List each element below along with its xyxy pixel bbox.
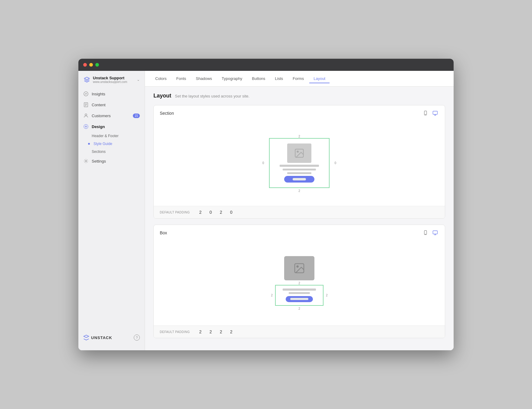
section-view-icons [422, 110, 439, 117]
tab-fonts[interactable]: Fonts [172, 74, 191, 83]
page-title: Layout [153, 93, 171, 99]
design-label: Design [92, 124, 105, 129]
svg-point-6 [85, 114, 87, 116]
sidebar-subitem-style-guide[interactable]: Style Guide [92, 140, 145, 148]
svg-marker-0 [84, 77, 90, 80]
box-padding-right[interactable]: 2 [206, 329, 215, 334]
box-top-padding-label: 2 [298, 282, 300, 285]
box-padding-label: DEFAULT PADDING [160, 330, 190, 334]
svg-rect-24 [433, 231, 438, 234]
mobile-view-icon[interactable] [422, 110, 429, 117]
brand-logo-icon [83, 76, 90, 83]
section-top-padding-label: 2 [298, 135, 300, 138]
section-button-preview [284, 176, 314, 183]
page-subtitle: Set the layout styles used across your s… [175, 94, 249, 98]
box-text-line-2 [289, 292, 310, 294]
main-content: Colors Fonts Shadows Typography Buttons … [145, 71, 454, 350]
section-image-placeholder [287, 143, 311, 163]
section-text-line-2 [283, 169, 316, 170]
tab-layout[interactable]: Layout [309, 74, 330, 83]
section-text-line-3 [287, 172, 311, 174]
box-padding-bottom[interactable]: 2 [216, 329, 225, 334]
page-header: Layout Set the layout styles used across… [153, 93, 445, 99]
section-padding-left[interactable]: 0 [227, 210, 236, 215]
tab-forms[interactable]: Forms [288, 74, 308, 83]
tab-shadows[interactable]: Shadows [192, 74, 216, 83]
box-padding-left[interactable]: 2 [227, 329, 236, 334]
minimize-dot[interactable] [89, 63, 93, 67]
unstack-logo-bottom: UNSTACK [83, 335, 131, 341]
section-preview: 2 0 [269, 135, 330, 193]
svg-point-23 [425, 234, 425, 234]
box-mobile-view-icon[interactable] [422, 229, 429, 236]
sidebar-item-design[interactable]: Design [78, 121, 145, 132]
brand-area[interactable]: Unstack Support www.unstacksupport.com ⌄ [78, 76, 145, 88]
design-subnav: Header & Footer Style Guide Sections [78, 132, 145, 156]
svg-point-8 [85, 126, 87, 127]
section-box-preview [269, 138, 330, 188]
section-right-padding-label: 0 [334, 161, 336, 165]
content-area: Layout Set the layout styles used across… [145, 87, 454, 350]
svg-point-16 [425, 114, 425, 115]
section-padding-top[interactable]: 2 [196, 210, 205, 215]
section-card-header: Section [154, 105, 445, 121]
tab-typography[interactable]: Typography [218, 74, 247, 83]
box-button-preview [286, 296, 313, 302]
svg-point-21 [297, 151, 299, 152]
help-button[interactable]: ? [134, 335, 140, 341]
maximize-dot[interactable] [95, 63, 99, 67]
desktop-view-icon[interactable] [432, 110, 439, 117]
sidebar-item-customers[interactable]: Customers 15 [78, 110, 145, 121]
top-navigation: Colors Fonts Shadows Typography Buttons … [145, 71, 454, 87]
box-card: Box [153, 225, 445, 338]
box-card-header: Box [154, 225, 445, 241]
section-padding-bottom[interactable]: 2 [216, 210, 225, 215]
section-card-title: Section [160, 111, 174, 116]
brand-chevron-icon[interactable]: ⌄ [137, 78, 140, 82]
tab-colors[interactable]: Colors [151, 74, 171, 83]
box-view-icons [422, 229, 439, 236]
titlebar [78, 59, 454, 71]
customers-badge: 15 [133, 114, 140, 118]
unstack-wordmark: UNSTACK [91, 335, 112, 340]
brand-url: www.unstacksupport.com [93, 80, 134, 84]
tab-lists[interactable]: Lists [271, 74, 287, 83]
sidebar-item-insights[interactable]: Insights [78, 88, 145, 99]
content-label: Content [92, 103, 106, 107]
sidebar: Unstack Support www.unstacksupport.com ⌄… [78, 71, 145, 350]
sidebar-subitem-sections[interactable]: Sections [92, 148, 145, 156]
sidebar-item-settings[interactable]: Settings [78, 156, 145, 167]
close-dot[interactable] [83, 63, 87, 67]
sidebar-nav: Insights Content [78, 88, 145, 330]
insights-label: Insights [92, 92, 105, 96]
sidebar-item-content[interactable]: Content [78, 99, 145, 110]
svg-rect-17 [433, 111, 438, 114]
box-preview: 2 2 [271, 256, 327, 310]
box-preview-area: 2 2 [154, 241, 445, 325]
customers-label: Customers [92, 114, 111, 118]
section-card: Section [153, 105, 445, 219]
app-window: Unstack Support www.unstacksupport.com ⌄… [78, 59, 454, 350]
section-text-line-1 [280, 165, 319, 167]
svg-marker-14 [84, 335, 89, 338]
section-padding-label: DEFAULT PADDING [160, 211, 190, 214]
box-outer-wrapper: 2 2 [271, 256, 327, 310]
box-padding-top[interactable]: 2 [196, 329, 205, 334]
sidebar-subitem-header-footer[interactable]: Header & Footer [92, 132, 145, 140]
brand-name: Unstack Support [93, 76, 134, 80]
box-image-placeholder [284, 256, 314, 280]
section-padding-right[interactable]: 0 [206, 210, 215, 215]
box-desktop-view-icon[interactable] [432, 229, 439, 236]
box-card-title: Box [160, 230, 167, 235]
tab-buttons[interactable]: Buttons [248, 74, 270, 83]
app-body: Unstack Support www.unstacksupport.com ⌄… [78, 71, 454, 350]
section-padding-row: DEFAULT PADDING 2 0 2 0 [154, 206, 445, 218]
box-text-line-1 [283, 289, 316, 291]
section-left-padding-label: 0 [262, 161, 264, 165]
box-inner-preview [275, 285, 323, 306]
box-left-padding-label: 2 [271, 294, 273, 297]
sidebar-bottom: UNSTACK ? [78, 330, 145, 345]
section-bottom-padding-label: 2 [298, 189, 300, 193]
section-preview-area: 2 0 [154, 121, 445, 206]
box-right-padding-label: 2 [326, 294, 328, 297]
